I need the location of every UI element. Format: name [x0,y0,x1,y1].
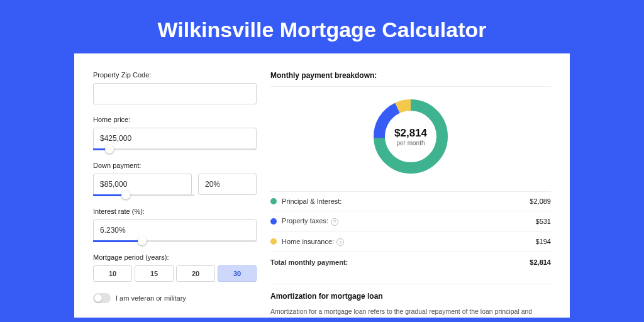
row-value: $531 [536,218,551,225]
donut-sub: per month [394,140,427,147]
interest-label: Interest rate (%): [93,208,257,215]
donut-area: $2,814 per month [270,87,551,191]
period-options: 10152030 [93,265,257,282]
period-option-30[interactable]: 30 [218,265,257,282]
interest-input[interactable] [93,219,257,241]
legend-dot [270,218,277,225]
veteran-label: I am veteran or military [116,294,186,302]
slider-thumb[interactable] [121,191,130,199]
breakdown-row: Home insurance:?$194 [270,231,551,252]
page-title: Wilkinsville Mortgage Calculator [0,0,644,53]
breakdown-row: Property taxes:?$531 [270,211,551,231]
row-label: Property taxes:? [282,217,536,226]
home-price-group: Home price: [93,116,257,150]
row-label: Home insurance:? [282,238,536,247]
total-row: Total monthly payment: $2,814 [270,252,551,272]
row-value: $2,089 [530,197,551,205]
row-value: $194 [536,238,551,245]
slider-thumb[interactable] [105,145,114,153]
down-payment-pct-input[interactable] [198,174,257,195]
period-label: Mortgage period (years): [93,253,257,261]
row-label: Principal & Interest: [282,197,530,205]
veteran-row: I am veteran or military [93,293,257,303]
home-price-label: Home price: [93,116,257,123]
down-payment-input[interactable] [93,174,192,195]
info-icon[interactable]: ? [336,238,344,246]
breakdown-title: Monthly payment breakdown: [270,71,551,87]
legend-dot [270,238,277,245]
period-option-15[interactable]: 15 [135,265,174,282]
down-payment-slider[interactable] [93,194,194,196]
home-price-slider[interactable] [93,148,257,150]
period-option-10[interactable]: 10 [93,265,132,282]
down-payment-group: Down payment: [93,162,257,196]
zip-group: Property Zip Code: [93,71,257,104]
form-column: Property Zip Code: Home price: Down paym… [93,71,257,318]
slider-fill [93,194,126,196]
zip-label: Property Zip Code: [93,71,257,79]
donut-center: $2,814 per month [394,127,427,147]
period-option-20[interactable]: 20 [176,265,215,282]
slider-fill [93,240,142,242]
zip-input[interactable] [93,83,257,104]
donut-amount: $2,814 [394,127,427,140]
amortization-section: Amortization for mortgage loan Amortizat… [270,284,551,318]
interest-slider[interactable] [93,240,257,242]
breakdown-row: Principal & Interest:$2,089 [270,191,551,211]
info-icon[interactable]: ? [331,218,338,226]
interest-group: Interest rate (%): [93,208,257,242]
down-payment-label: Down payment: [93,162,257,169]
total-value: $2,814 [530,258,551,266]
donut-chart: $2,814 per month [370,96,452,177]
veteran-toggle[interactable] [93,293,111,303]
breakdown-column: Monthly payment breakdown: $2,814 per mo… [270,71,551,318]
amortization-title: Amortization for mortgage loan [270,292,551,301]
total-label: Total monthly payment: [270,258,530,266]
home-price-input[interactable] [93,128,257,149]
breakdown-rows: Principal & Interest:$2,089Property taxe… [270,191,551,252]
amortization-text: Amortization for a mortgage loan refers … [270,307,551,318]
period-group: Mortgage period (years): 10152030 [93,253,257,282]
calculator-card: Property Zip Code: Home price: Down paym… [74,53,570,318]
legend-dot [270,198,277,204]
slider-thumb[interactable] [138,236,147,245]
